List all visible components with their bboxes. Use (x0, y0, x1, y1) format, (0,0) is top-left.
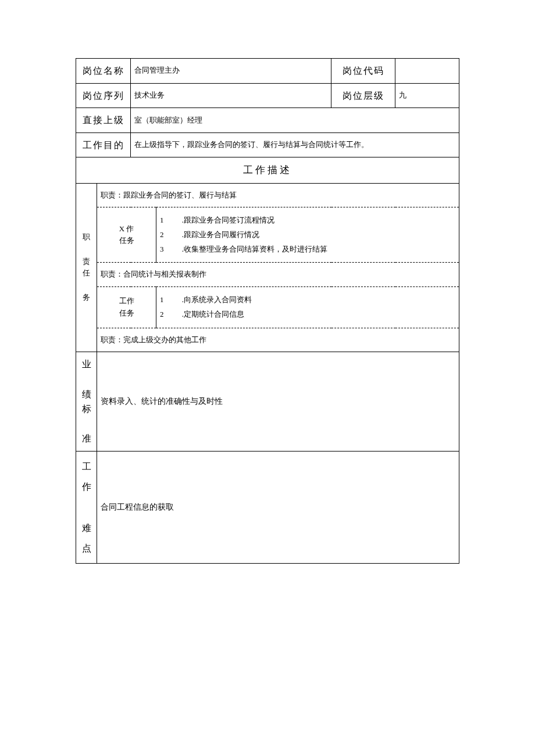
duty2-task-list: 1 2 .向系统录入合同资料 .定期统计合同信息 (156, 287, 459, 328)
duty1-task-label: X 作 任务 (97, 207, 156, 263)
position-code-label: 岗位代码 (331, 59, 395, 84)
performance-label: 业 绩标 准 (76, 352, 97, 452)
duty2-task-label: 工作 任务 (97, 287, 156, 328)
position-level-label: 岗位层级 (331, 83, 395, 108)
duty3-title: 职责：完成上级交办的其他工作 (97, 328, 459, 352)
row-direct-superior: 直接上级 室（职能部室）经理 (76, 108, 459, 133)
row-work-purpose: 工作目的 在上级指导下，跟踪业务合同的签订、履行与结算与合同统计等工作。 (76, 132, 459, 157)
row-duty3-title: 职责：完成上级交办的其他工作 (76, 328, 459, 352)
work-purpose-label: 工作目的 (76, 132, 131, 157)
row-performance: 业 绩标 准 资料录入、统计的准确性与及时性 (76, 352, 459, 452)
duty1-texts: .跟踪业务合同签订流程情况 .跟踪业务合同履行情况 .收集整理业务合同结算资料，… (182, 213, 327, 256)
direct-superior-value: 室（职能部室）经理 (131, 108, 459, 133)
row-section-header: 工作描述 (76, 157, 459, 183)
duty1-title: 职责：跟踪业务合同的签订、履行与结算 (97, 183, 459, 207)
job-description-table: 岗位名称 合同管理主办 岗位代码 岗位序列 技术业务 岗位层级 九 直接上级 室… (76, 58, 459, 564)
duty2-title: 职责：合同统计与相关报表制作 (97, 263, 459, 287)
row-difficulty: 工作 难点 合同工程信息的获取 (76, 451, 459, 563)
direct-superior-label: 直接上级 (76, 108, 131, 133)
row-duty1-tasks: X 作 任务 1 2 3 .跟踪业务合同签订流程情况 .跟踪业务合同履行情况 .… (76, 207, 459, 263)
duties-vertical-label: 职 责任 务 (76, 183, 97, 352)
duty2-texts: .向系统录入合同资料 .定期统计合同信息 (182, 293, 252, 321)
row-duty2-title: 职责：合同统计与相关报表制作 (76, 263, 459, 287)
section-title: 工作描述 (76, 157, 459, 183)
position-series-value: 技术业务 (131, 83, 331, 108)
work-purpose-value: 在上级指导下，跟踪业务合同的签订、履行与结算与合同统计等工作。 (131, 132, 459, 157)
row-duty2-tasks: 工作 任务 1 2 .向系统录入合同资料 .定期统计合同信息 (76, 287, 459, 328)
position-level-value: 九 (395, 83, 459, 108)
difficulty-label: 工作 难点 (76, 451, 97, 563)
position-name-value: 合同管理主办 (131, 59, 331, 84)
performance-value: 资料录入、统计的准确性与及时性 (97, 352, 459, 452)
row-position-series: 岗位序列 技术业务 岗位层级 九 (76, 83, 459, 108)
difficulty-value: 合同工程信息的获取 (97, 451, 459, 563)
duty2-nums: 1 2 (160, 293, 164, 321)
row-duty1-title: 职 责任 务 职责：跟踪业务合同的签订、履行与结算 (76, 183, 459, 207)
row-position-name: 岗位名称 合同管理主办 岗位代码 (76, 59, 459, 84)
position-series-label: 岗位序列 (76, 83, 131, 108)
position-name-label: 岗位名称 (76, 59, 131, 84)
duty1-task-list: 1 2 3 .跟踪业务合同签订流程情况 .跟踪业务合同履行情况 .收集整理业务合… (156, 207, 459, 263)
duty1-nums: 1 2 3 (160, 213, 164, 256)
position-code-value (395, 59, 459, 84)
